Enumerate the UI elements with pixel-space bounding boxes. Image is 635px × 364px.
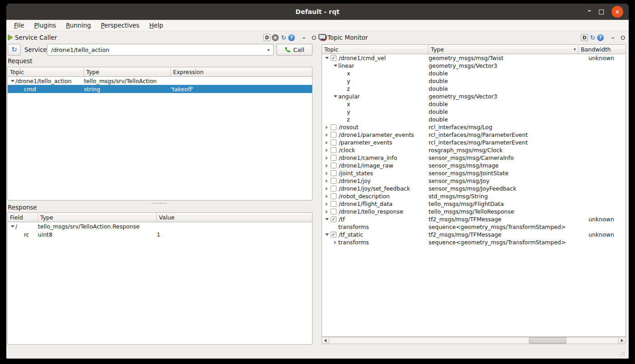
- expander-icon[interactable]: [324, 141, 330, 145]
- column-header[interactable]: Topic: [8, 67, 84, 76]
- column-header[interactable]: Type: [84, 67, 171, 76]
- checkbox[interactable]: [331, 193, 336, 199]
- tree-row[interactable]: /drone1/camera_infosensor_msgs/msg/Camer…: [322, 154, 626, 162]
- dock-reload-icon[interactable]: ↻: [589, 34, 596, 41]
- tree-row[interactable]: /drone1/joysensor_msgs/msg/Joy: [322, 177, 626, 185]
- scrollbar-thumb[interactable]: [529, 337, 566, 344]
- tree-row[interactable]: /joint_statessensor_msgs/msg/JointState: [322, 169, 626, 177]
- tree-row[interactable]: /drone1/image_rawsensor_msgs/msg/Image: [322, 162, 626, 169]
- checkbox[interactable]: ✓: [331, 216, 336, 222]
- dock-d-button[interactable]: D: [581, 34, 588, 41]
- topic-monitor-dock-header[interactable]: Topic Monitor D ↻ ? – O ✕: [318, 32, 628, 43]
- expander-icon[interactable]: [324, 126, 330, 129]
- horizontal-scrollbar[interactable]: [322, 337, 626, 344]
- expander-icon[interactable]: [324, 195, 330, 198]
- expander-icon[interactable]: [324, 210, 330, 214]
- service-caller-dock-header[interactable]: Service Caller D ↻ ? – O ✕: [7, 32, 316, 43]
- tree-row[interactable]: ✓/tf_statictf2_msgs/msg/TFMessageunknown: [322, 231, 626, 238]
- tree-row[interactable]: /drone1/tello_actiontello_msgs/srv/Tello…: [8, 77, 312, 85]
- dock-minimize-button[interactable]: –: [609, 34, 616, 41]
- menu-item-running[interactable]: Running: [61, 20, 96, 30]
- checkbox[interactable]: ✓: [331, 232, 336, 238]
- checkbox[interactable]: [331, 163, 336, 168]
- column-header[interactable]: Type▾: [429, 45, 579, 54]
- tree-row[interactable]: lineargeometry_msgs/Vector3: [322, 62, 626, 70]
- expander-icon[interactable]: [324, 202, 330, 206]
- tree-row[interactable]: /parameter_eventsrcl_interfaces/msg/Para…: [322, 139, 626, 146]
- splitter-handle[interactable]: [151, 202, 168, 204]
- expander-icon[interactable]: [324, 156, 330, 160]
- checkbox[interactable]: [331, 170, 336, 176]
- checkbox[interactable]: [331, 147, 336, 153]
- chevron-down-icon[interactable]: ▾: [267, 47, 270, 52]
- dock-settings-icon[interactable]: [272, 35, 278, 41]
- tree-row[interactable]: transformssequence<geometry_msgs/Transfo…: [322, 238, 626, 246]
- tree-row[interactable]: /clockrosgraph_msgs/msg/Clock: [322, 146, 626, 154]
- tree-row[interactable]: ✓/drone1/cmd_velgeometry_msgs/msg/Twistu…: [322, 54, 626, 62]
- checkbox[interactable]: [331, 209, 336, 215]
- tree-row[interactable]: zdouble: [322, 116, 626, 123]
- checkbox[interactable]: [331, 201, 336, 207]
- expander-icon[interactable]: [324, 164, 330, 168]
- tree-row[interactable]: /robot_descriptionstd_msgs/msg/String: [322, 192, 626, 200]
- tree-row[interactable]: cmdstring'takeoff': [8, 85, 312, 93]
- window-size-grip[interactable]: [618, 349, 625, 356]
- expander-icon[interactable]: [9, 80, 15, 82]
- tree-row[interactable]: ydouble: [322, 77, 626, 85]
- menu-item-file[interactable]: File: [9, 20, 29, 30]
- window-close-button[interactable]: ✕: [612, 6, 623, 18]
- tree-row[interactable]: /drone1/flight_datatello_msgs/msg/Flight…: [322, 200, 626, 208]
- tree-row[interactable]: /rosoutrcl_interfaces/msg/Log: [322, 123, 626, 131]
- checkbox[interactable]: [331, 178, 336, 184]
- checkbox[interactable]: [331, 140, 336, 145]
- expander-icon[interactable]: [324, 233, 330, 236]
- expander-icon[interactable]: [324, 187, 330, 191]
- column-header[interactable]: Bandwidth: [579, 45, 626, 54]
- tree-row[interactable]: /drone1/parameter_eventsrcl_interfaces/m…: [322, 131, 626, 139]
- checkbox[interactable]: [331, 155, 336, 161]
- scrollbar-left-arrow[interactable]: [322, 337, 329, 344]
- tree-row[interactable]: xdouble: [322, 100, 626, 108]
- tree-row[interactable]: xdouble: [322, 70, 626, 77]
- service-combobox[interactable]: /drone1/tello_action ▾: [47, 44, 274, 56]
- refresh-services-button[interactable]: ↻: [8, 44, 21, 56]
- tree-row[interactable]: /tello_msgs/srv/TelloAction.Response: [8, 222, 312, 230]
- checkbox[interactable]: [331, 186, 336, 191]
- tree-row[interactable]: /drone1/tello_responsetello_msgs/msg/Tel…: [322, 208, 626, 215]
- column-header[interactable]: Type: [38, 213, 157, 222]
- expander-icon[interactable]: [324, 179, 330, 183]
- expander-icon[interactable]: [324, 218, 330, 220]
- tree-row[interactable]: ydouble: [322, 108, 626, 116]
- menu-item-plugins[interactable]: Plugins: [29, 20, 61, 30]
- window-maximize-button[interactable]: [599, 9, 604, 14]
- dock-float-button[interactable]: O: [310, 34, 318, 41]
- scrollbar-track[interactable]: [329, 337, 618, 344]
- checkbox[interactable]: [331, 132, 336, 138]
- tree-row[interactable]: ✓/tftf2_msgs/msg/TFMessageunknown: [322, 215, 626, 223]
- window-minimize-button[interactable]: –: [588, 8, 591, 15]
- window-titlebar[interactable]: Default - rqt – ✕: [6, 4, 629, 20]
- tree-row[interactable]: rcuint81: [8, 230, 312, 238]
- expander-icon[interactable]: [324, 57, 330, 59]
- expander-icon[interactable]: [332, 241, 338, 244]
- call-button[interactable]: Call: [276, 44, 313, 56]
- expander-icon[interactable]: [332, 65, 338, 67]
- checkbox[interactable]: [331, 124, 336, 130]
- column-header[interactable]: Topic: [322, 45, 429, 54]
- menu-item-help[interactable]: Help: [145, 20, 168, 30]
- expander-icon[interactable]: [324, 133, 330, 137]
- dock-minimize-button[interactable]: –: [300, 34, 308, 41]
- expander-icon[interactable]: [324, 149, 330, 152]
- tree-row[interactable]: /drone1/joy/set_feedbacksensor_msgs/msg/…: [322, 185, 626, 192]
- dock-help-icon[interactable]: ?: [597, 34, 604, 41]
- expander-icon[interactable]: [332, 95, 338, 98]
- checkbox[interactable]: ✓: [331, 55, 336, 61]
- column-header[interactable]: Value: [157, 213, 312, 222]
- expander-icon[interactable]: [9, 225, 15, 228]
- dock-float-button[interactable]: O: [619, 34, 626, 41]
- tree-row[interactable]: angulargeometry_msgs/Vector3: [322, 93, 626, 100]
- scrollbar-right-arrow[interactable]: [618, 337, 626, 344]
- dock-reload-icon[interactable]: ↻: [280, 34, 287, 41]
- menu-item-perspectives[interactable]: Perspectives: [96, 20, 144, 30]
- tree-row[interactable]: transformssequence<geometry_msgs/Transfo…: [322, 223, 626, 231]
